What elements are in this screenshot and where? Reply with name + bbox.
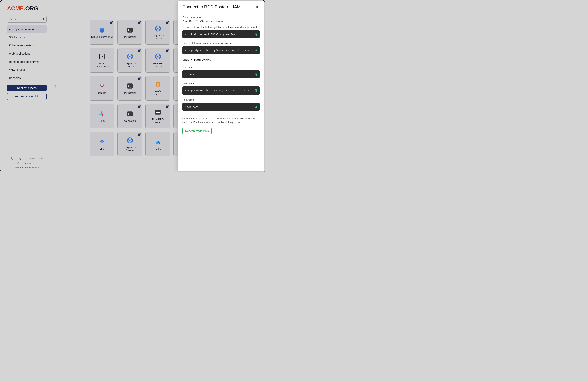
access-level-label: For access level: <box>182 16 260 19</box>
copy-field-button[interactable] <box>254 89 258 92</box>
app-root: ACME.ORG All apps and resourcesSSH serve… <box>0 0 265 172</box>
cloud-download-icon <box>15 95 18 98</box>
ubyon-brand: ubyon Launchpad <box>7 157 47 160</box>
tile-label: IntegrationCluster <box>124 62 136 68</box>
tile-icon <box>126 136 133 145</box>
resource-tile[interactable]: dev-bastion <box>118 76 142 101</box>
resource-tile[interactable]: Jenkins <box>89 76 114 101</box>
close-panel-button[interactable] <box>254 4 260 10</box>
tile-label: Slack <box>99 119 105 122</box>
copy-temp-pwd-button[interactable] <box>254 49 258 52</box>
manual-field-value: db-admin <box>185 73 197 76</box>
svg-rect-6 <box>255 50 257 51</box>
connect-command-text: ulink db connect RDS-Postgres-IAM <box>185 33 235 36</box>
panel-title: Connect to RDS-Postgres-IAM <box>182 4 241 10</box>
sidebar-item[interactable]: VNC servers <box>7 66 47 74</box>
copy-field-button[interactable] <box>254 105 258 108</box>
prev-page-chevron-icon[interactable] <box>53 82 58 90</box>
resource-tile[interactable]: qa-bastion <box>118 104 142 128</box>
connect-command-block: ulink db connect RDS-Postgres-IAM <box>182 30 260 39</box>
sidebar-item[interactable]: All apps and resources <box>7 25 47 33</box>
sidebar-item[interactable]: Consoles <box>7 74 47 82</box>
ubyon-sub: Launchpad <box>27 157 43 160</box>
privacy-link[interactable]: Privacy Policy <box>24 166 39 169</box>
tile-label: RDS-Postgres-IAM <box>91 36 113 39</box>
resource-tile[interactable]: IntegrationCluster <box>146 20 170 45</box>
manual-field-label: Username <box>182 66 260 68</box>
resource-tile[interactable]: Slack <box>89 104 114 128</box>
footer-links: Terms • Privacy Policy <box>7 166 47 169</box>
tile-label: IntegrationCluster <box>152 34 164 40</box>
manual-field-value: localhost <box>185 105 199 108</box>
get-ubyon-link-button[interactable]: Get Ubyon Link <box>7 93 47 100</box>
resource-tile[interactable]: IntegrationCluster <box>118 48 142 73</box>
tile-icon <box>126 82 133 90</box>
resource-tile[interactable]: ProdAdmin Portal <box>89 48 114 73</box>
resource-tile[interactable]: RDS-Postgres-IAM <box>89 20 114 45</box>
search-wrap <box>7 16 47 22</box>
resource-tile[interactable]: Jira <box>89 132 114 157</box>
svg-rect-10 <box>255 90 257 92</box>
temp-password-block: rds-postgres-db-1.cy32heyt.us-east-1.rds… <box>182 46 260 54</box>
tile-icon <box>126 26 133 34</box>
copy-field-button[interactable] <box>254 73 258 76</box>
tile-icon <box>99 138 105 146</box>
sidebar-item[interactable]: Web applications <box>7 50 47 58</box>
manual-field-label: Hostname <box>182 98 260 101</box>
tile-icon <box>155 80 161 89</box>
tile-label: Jira <box>100 147 104 150</box>
tile-icon <box>155 108 161 117</box>
terms-link[interactable]: Terms <box>15 166 21 169</box>
tile-label: Jenkins <box>98 91 106 95</box>
tile-icon <box>126 110 133 118</box>
tile-icon <box>99 52 105 61</box>
ubyon-name: ubyon <box>16 157 25 160</box>
manual-field-label: Username <box>182 82 260 85</box>
resource-tile[interactable]: dev-bastion <box>118 20 142 45</box>
ubyon-logo-icon <box>10 157 14 160</box>
search-input[interactable] <box>7 16 47 22</box>
multi-copy-icon <box>138 105 141 108</box>
svg-rect-8 <box>255 74 257 75</box>
brand-logo: ACME.ORG <box>7 5 47 12</box>
close-icon <box>255 5 259 9</box>
request-access-button[interactable]: Request access <box>7 85 47 91</box>
connect-panel: Connect to RDS-Postgres-IAM For access l… <box>178 1 264 171</box>
panel-body: For access level: AcmeOne RDS/S2 access … <box>178 13 264 138</box>
sidebar: ACME.ORG All apps and resourcesSSH serve… <box>0 0 51 172</box>
panel-header: Connect to RDS-Postgres-IAM <box>178 1 264 13</box>
svg-point-0 <box>42 18 44 20</box>
resource-tile[interactable]: ReleaseCluster <box>146 48 170 73</box>
svg-rect-12 <box>255 106 257 108</box>
copy-connect-cmd-button[interactable] <box>254 33 258 36</box>
multi-copy-icon <box>110 21 113 24</box>
manual-field-value-block: db-admin <box>182 70 260 79</box>
access-level-value: AcmeOne RDS/S2 access • dbadmin <box>182 20 260 22</box>
sidebar-footer: ubyon Launchpad ©2023 Ubyon Inc Terms • … <box>7 157 47 169</box>
get-link-label: Get Ubyon Link <box>20 95 39 98</box>
tile-label: Azure <box>155 147 161 150</box>
tile-label: ReleaseCluster <box>153 62 163 68</box>
multi-copy-icon <box>138 21 141 24</box>
resource-tile[interactable]: Prod RPDsilver <box>146 104 170 128</box>
tile-icon <box>155 24 161 33</box>
brand-part2: .ORG <box>24 5 38 11</box>
resource-tile[interactable]: Azure <box>146 132 170 157</box>
tile-label: dev-bastion <box>123 91 136 95</box>
resource-tile[interactable]: AWSEC2 <box>146 76 170 101</box>
manual-field-value-block: rds-postgres-db-1.cy32heyt.us-east-1.rds… <box>182 86 260 95</box>
tile-icon <box>155 138 161 146</box>
copyright: ©2023 Ubyon Inc <box>7 162 47 165</box>
resource-tile[interactable]: IntegrationCluster <box>118 132 142 157</box>
sidebar-item[interactable]: SSH servers <box>7 33 47 41</box>
refresh-credentials-button[interactable]: Refresh credentials <box>182 128 212 134</box>
manual-instructions-heading: Manual instructions <box>182 58 260 62</box>
multi-copy-icon <box>166 21 169 24</box>
tile-icon <box>99 82 105 90</box>
sidebar-item[interactable]: Kubernetes clusters <box>7 41 47 49</box>
tile-label: AWSEC2 <box>155 90 161 96</box>
multi-copy-icon <box>138 77 141 80</box>
sidebar-item[interactable]: Remote desktop servers <box>7 58 47 66</box>
search-icon[interactable] <box>41 18 45 21</box>
tile-icon <box>155 52 161 61</box>
